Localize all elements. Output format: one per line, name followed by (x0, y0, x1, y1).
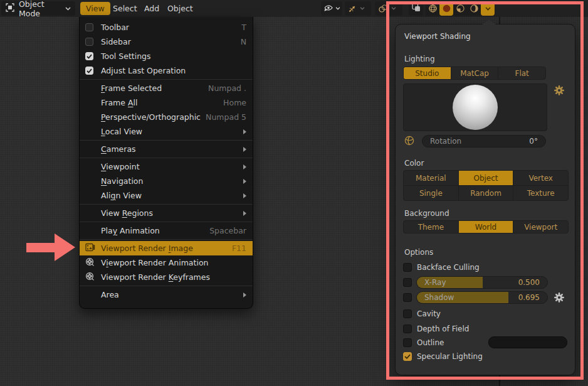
menu-item-perspective-orthographic[interactable]: Perspective/Orthographic Numpad 5 (80, 110, 253, 124)
background-label: Background (404, 209, 449, 218)
mode-selector[interactable]: Object Mode (1, 1, 75, 16)
rotation-value: 0° (529, 137, 538, 146)
menu-separator (80, 204, 253, 205)
shading-solid-button[interactable] (439, 1, 453, 16)
color-option-vertex[interactable]: Vertex (513, 171, 568, 185)
checkbox-unchecked-icon[interactable] (403, 309, 412, 318)
background-option-world[interactable]: World (458, 221, 513, 233)
menu-item-area[interactable]: Area (80, 287, 253, 302)
blender-viewport: Object Mode View Select Add Object (0, 0, 588, 386)
shadow-checkbox-unchecked-icon[interactable] (403, 293, 412, 302)
lighting-option-studio[interactable]: Studio (404, 67, 451, 79)
menu-item-viewport-render-animation[interactable]: Viewport Render Animation (80, 255, 253, 270)
color-option-texture[interactable]: Texture (513, 186, 568, 200)
studiolight-settings-gear-icon[interactable] (554, 85, 565, 96)
submenu-arrow-icon (243, 193, 246, 198)
menu-add[interactable]: Add (139, 2, 165, 15)
eye-icon (323, 4, 333, 14)
checkbox-checked-icon[interactable] (85, 52, 93, 60)
visibility-dropdown-button[interactable] (321, 1, 342, 16)
object-mode-icon (6, 3, 14, 14)
menu-separator (80, 79, 253, 80)
submenu-arrow-icon (243, 147, 246, 152)
menu-item-frame-selected[interactable]: Frame Selected Numpad . (80, 81, 253, 95)
menu-view[interactable]: View (80, 2, 110, 15)
xray-value: 0.500 (518, 278, 540, 287)
backface-culling-row: Backface Culling (403, 262, 480, 272)
rotation-slider[interactable]: Rotation 0° (422, 135, 546, 147)
menu-item-viewport-render-image[interactable]: Viewport Render Image F11 (80, 241, 253, 255)
shading-material-preview-button[interactable] (453, 1, 467, 16)
lighting-option-flat[interactable]: Flat (498, 67, 545, 79)
menu-item-navigation[interactable]: Navigation (80, 174, 253, 188)
view-menu-dropdown: Toolbar T Sidebar N Tool Settings Adjust… (79, 17, 253, 309)
checkbox-checked-icon[interactable] (85, 67, 93, 75)
menu-object[interactable]: Object (162, 2, 199, 15)
checkbox-unchecked-icon[interactable] (403, 263, 412, 272)
gizmo-icon (345, 4, 360, 13)
xray-icon (412, 3, 421, 14)
gizmos-dropdown-button[interactable] (345, 1, 371, 16)
shading-mode-group (426, 1, 495, 16)
outline-color-swatch[interactable] (488, 336, 567, 348)
color-option-object[interactable]: Object (458, 171, 513, 185)
checkbox-unchecked-icon[interactable] (85, 23, 93, 31)
checkbox-unchecked-icon[interactable] (403, 324, 412, 333)
background-segmented-control: Theme World Viewport (403, 220, 569, 233)
annotation-arrow-shaft (26, 243, 55, 252)
world-globe-icon[interactable] (404, 135, 415, 148)
menu-item-sidebar[interactable]: Sidebar N (80, 35, 253, 49)
menu-item-tool-settings[interactable]: Tool Settings (80, 49, 253, 63)
shadow-slider[interactable]: Shadow 0.695 (416, 291, 548, 304)
menu-item-play-animation[interactable]: Play Animation Spacebar (80, 223, 253, 238)
menu-item-viewport-render-keyframes[interactable]: Viewport Render Keyframes (80, 270, 253, 284)
xray-slider[interactable]: X-Ray 0.500 (416, 276, 548, 289)
color-option-single[interactable]: Single (404, 186, 458, 200)
checkbox-unchecked-icon[interactable] (85, 38, 93, 46)
shadow-value: 0.695 (518, 293, 540, 302)
overlays-dropdown-button[interactable] (375, 1, 402, 16)
menu-item-toolbar[interactable]: Toolbar T (80, 20, 253, 35)
overlays-icon (375, 4, 391, 13)
checkbox-unchecked-icon[interactable] (403, 338, 412, 347)
shading-settings-dropdown-button[interactable] (481, 1, 495, 16)
studiolight-sphere-preview[interactable] (453, 85, 498, 130)
menu-separator (80, 222, 253, 222)
chevron-down-icon (65, 7, 71, 11)
color-option-material[interactable]: Material (404, 171, 458, 185)
menu-item-frame-all[interactable]: Frame All Home (80, 95, 253, 110)
xray-label: X-Ray (424, 278, 446, 287)
color-options-grid: Material Object Vertex Single Random Tex… (403, 170, 569, 201)
shading-rendered-button[interactable] (467, 1, 481, 16)
menu-item-adjust-last-operation[interactable]: Adjust Last Operation (80, 63, 253, 78)
menu-select[interactable]: Select (107, 2, 143, 15)
viewport-shading-popover: Viewport Shading Lighting Studio MatCap … (395, 24, 575, 375)
specular-lighting-row: Specular Lighting (403, 351, 483, 362)
mode-selector-label: Object Mode (19, 0, 61, 18)
outline-row: Outline (403, 338, 444, 348)
depth-of-field-row: Depth of Field (403, 324, 469, 334)
background-option-viewport[interactable]: Viewport (513, 221, 568, 233)
menu-item-align-view[interactable]: Align View (80, 188, 253, 203)
toggle-xray-button[interactable] (409, 1, 423, 16)
menu-item-cameras[interactable]: Cameras (80, 142, 253, 156)
lighting-option-matcap[interactable]: MatCap (451, 67, 498, 79)
viewport-header: Object Mode View Select Add Object (0, 0, 588, 17)
menu-item-local-view[interactable]: Local View (80, 124, 253, 139)
depth-of-field-label: Depth of Field (417, 324, 469, 333)
menu-separator (80, 286, 253, 286)
color-option-random[interactable]: Random (458, 186, 513, 200)
menu-item-viewpoint[interactable]: Viewpoint (80, 159, 253, 174)
submenu-arrow-icon (243, 129, 246, 134)
popover-title: Viewport Shading (404, 32, 471, 41)
submenu-arrow-icon (243, 179, 246, 184)
xray-checkbox-unchecked-icon[interactable] (403, 278, 412, 287)
annotation-arrow-head (55, 233, 75, 261)
specular-lighting-label: Specular Lighting (417, 352, 483, 361)
shadow-settings-gear-icon[interactable] (554, 292, 565, 303)
shading-wireframe-button[interactable] (426, 1, 439, 16)
menu-item-view-regions[interactable]: View Regions (80, 206, 253, 220)
background-option-theme[interactable]: Theme (404, 221, 458, 233)
checkbox-checked-icon[interactable] (403, 352, 412, 361)
outline-label: Outline (417, 338, 444, 347)
